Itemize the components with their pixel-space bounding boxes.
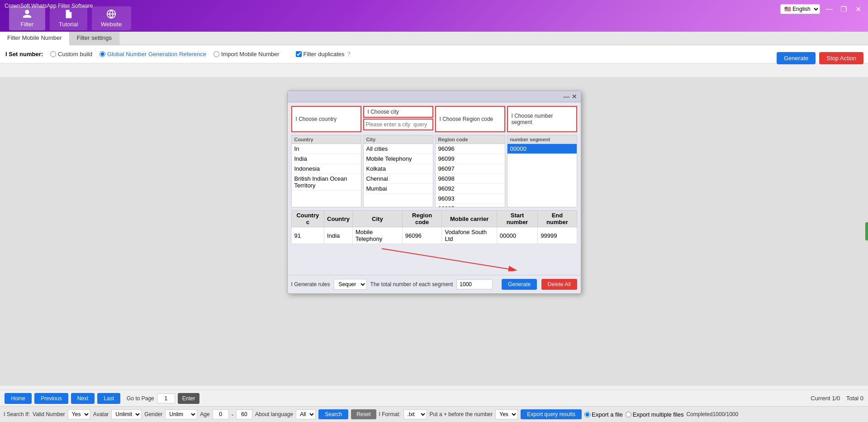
- valid-number-select[interactable]: YesNoAll: [68, 409, 90, 419]
- choose-segment-button[interactable]: I Choose number segment: [507, 106, 577, 132]
- custom-build-radio[interactable]: [50, 51, 56, 57]
- region-item-3[interactable]: 96098: [436, 174, 505, 184]
- region-item-1[interactable]: 96099: [436, 154, 505, 164]
- export-file-option[interactable]: Export a file: [584, 411, 623, 418]
- choose-city-button[interactable]: I Choose city: [363, 106, 433, 118]
- age-to-input[interactable]: [236, 409, 252, 419]
- city-item-0[interactable]: All cities: [364, 144, 433, 154]
- country-panel: Country In India Indonesia British India…: [291, 135, 361, 207]
- current-total: Current 1/0 Total 0: [811, 395, 863, 402]
- dialog-generate-button[interactable]: Generate: [502, 279, 537, 290]
- tab-filter-settings[interactable]: Filter settings: [70, 32, 119, 45]
- age-from-input[interactable]: [213, 409, 229, 419]
- segment-header: number segment: [508, 135, 577, 144]
- dialog-footer: I Generate rules Sequer The total number…: [288, 275, 581, 293]
- city-search-input[interactable]: [363, 119, 433, 130]
- choose-region-button[interactable]: I Choose Region code: [435, 106, 505, 132]
- dt-col-end: End number: [538, 211, 577, 227]
- country-item-0[interactable]: In: [292, 144, 361, 154]
- sequence-select[interactable]: Sequer: [334, 279, 367, 290]
- plus-label: Put a + before the number: [430, 411, 493, 417]
- dialog-delete-button[interactable]: Delete All: [541, 279, 577, 290]
- dialog-close-button[interactable]: ✕: [572, 93, 577, 100]
- city-item-2[interactable]: Kolkata: [364, 164, 433, 174]
- dt-col-start: Start number: [497, 211, 538, 227]
- next-button[interactable]: Next: [71, 393, 95, 404]
- region-item-0[interactable]: 96096: [436, 144, 505, 154]
- city-item-3[interactable]: Chennai: [364, 174, 433, 184]
- gender-select[interactable]: UnlimMaleFemale: [165, 409, 197, 419]
- enter-button[interactable]: Enter: [178, 393, 200, 404]
- export-multiple-radio[interactable]: [626, 412, 631, 417]
- region-item-5[interactable]: 96093: [436, 194, 505, 204]
- stop-action-button[interactable]: Stop Action: [819, 52, 863, 64]
- nav-filter-label: Filter: [21, 21, 34, 28]
- age-label: Age: [200, 411, 209, 417]
- close-button[interactable]: ✕: [853, 4, 863, 14]
- dt-col-region: Region code: [402, 211, 442, 227]
- total-segment-input[interactable]: [456, 279, 493, 289]
- completed-label: Completed1000/1000: [686, 411, 738, 417]
- titlebar: CrownSoft WhatsApp Filter Software Filte…: [0, 0, 868, 32]
- region-item-6[interactable]: 96095: [436, 204, 505, 207]
- about-lang-select[interactable]: All: [296, 409, 316, 419]
- import-radio[interactable]: [213, 51, 219, 57]
- search-if-label: I Search If:: [4, 411, 30, 417]
- filter-dupes-option[interactable]: Filter duplicates ?: [296, 51, 351, 58]
- set-number-label: I Set number:: [5, 51, 43, 58]
- city-item-4[interactable]: Mumbai: [364, 184, 433, 194]
- gender-label: Gender: [144, 411, 162, 417]
- format-label: I Format:: [379, 411, 401, 417]
- global-ref-radio[interactable]: [100, 51, 105, 57]
- total-segment-label: The total number of each segment: [370, 281, 453, 288]
- city-item-1[interactable]: Mobile Telephony: [364, 154, 433, 164]
- last-button[interactable]: Last: [97, 393, 120, 404]
- nav-filter[interactable]: Filter: [9, 6, 45, 30]
- window-controls: 🇺🇸 English — ❐ ✕: [780, 4, 863, 14]
- filter-dupes-checkbox[interactable]: [296, 51, 302, 57]
- generate-button[interactable]: Generate: [777, 52, 816, 64]
- choose-country-button[interactable]: I Choose country: [291, 106, 361, 132]
- custom-build-option[interactable]: Custom build: [50, 51, 92, 58]
- dt-cell-carrier: Vodafone South Ltd: [442, 227, 497, 244]
- nav-website[interactable]: Website: [92, 6, 131, 30]
- dialog-body: I Choose country I Choose city I Choose …: [288, 102, 581, 275]
- help-icon: ?: [347, 51, 351, 58]
- home-button[interactable]: Home: [5, 393, 32, 404]
- dt-cell-start: 00000: [497, 227, 538, 244]
- arrow-svg: [291, 244, 577, 271]
- city-header: City: [364, 135, 433, 144]
- avatar-select[interactable]: UnlimitYesNo: [111, 409, 142, 419]
- dialog-minimize-button[interactable]: —: [564, 93, 570, 100]
- language-select[interactable]: 🇺🇸 English: [780, 4, 820, 14]
- age-separator: -: [232, 411, 233, 418]
- page-input[interactable]: [157, 393, 175, 403]
- about-lang-label: About language: [255, 411, 293, 417]
- restore-button[interactable]: ❐: [838, 4, 849, 14]
- import-option[interactable]: Import Mobile Number: [213, 51, 280, 58]
- minimize-button[interactable]: —: [824, 4, 835, 14]
- tab-filter-mobile[interactable]: Filter Mobile Number: [0, 32, 70, 45]
- region-item-2[interactable]: 96097: [436, 164, 505, 174]
- global-ref-option[interactable]: Global Number Generation Reference: [100, 51, 206, 58]
- dt-col-city: City: [352, 211, 402, 227]
- bottom-nav-bar: Home Previous Next Last Go to Page Enter…: [0, 390, 868, 406]
- segment-item-0[interactable]: 00000: [508, 144, 577, 154]
- plus-select[interactable]: YesNo: [495, 409, 518, 419]
- export-file-radio[interactable]: [584, 412, 590, 417]
- content-area: — ✕ I Choose country I Choose city I Cho…: [0, 77, 868, 386]
- search-button[interactable]: Search: [318, 409, 348, 419]
- region-item-4[interactable]: 96092: [436, 184, 505, 194]
- dt-col-carrier: Mobile carrier: [442, 211, 497, 227]
- export-button[interactable]: Export query results: [521, 409, 582, 419]
- reset-button[interactable]: Reset: [351, 409, 376, 419]
- previous-button[interactable]: Previous: [34, 393, 68, 404]
- dt-row-0: 91 India Mobile Telephony 96096 Vodafone…: [291, 227, 577, 244]
- export-multiple-option[interactable]: Export multiple files: [626, 411, 684, 418]
- tab-bar: Filter Mobile Number Filter settings: [0, 32, 868, 45]
- country-item-3[interactable]: British Indian Ocean Territory: [292, 174, 361, 191]
- country-item-2[interactable]: Indonesia: [292, 164, 361, 174]
- nav-tutorial[interactable]: Tutorial: [50, 6, 87, 30]
- country-item-1[interactable]: India: [292, 154, 361, 164]
- format-select[interactable]: .txt.csv: [403, 409, 427, 419]
